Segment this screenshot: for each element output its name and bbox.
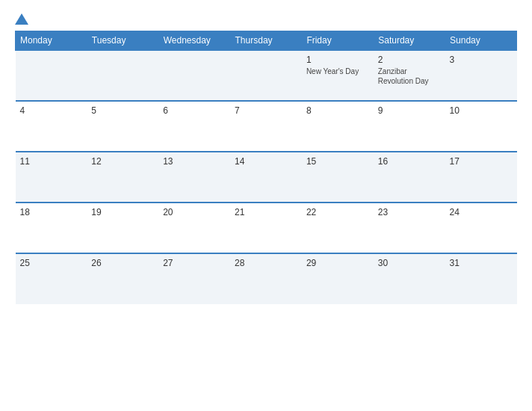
weekday-row: MondayTuesdayWednesdayThursdayFridaySatu…	[16, 31, 517, 51]
calendar-day-cell: 19	[87, 203, 158, 253]
calendar-week-row: 1New Year's Day2Zanzibar Revolution Day3	[16, 50, 517, 101]
calendar-day-cell: 20	[158, 203, 230, 253]
calendar-day-cell: 25	[16, 253, 87, 304]
calendar-day-cell: 7	[230, 101, 302, 152]
calendar-day-cell: 5	[87, 101, 158, 152]
logo-blue-row	[15, 13, 30, 25]
calendar-day-cell: 12	[87, 152, 158, 203]
weekday-header: Monday	[16, 31, 87, 51]
calendar-week-row: 25262728293031	[16, 253, 517, 304]
calendar-week-row: 11121314151617	[16, 152, 517, 203]
day-number: 30	[378, 258, 441, 268]
day-number: 18	[20, 207, 83, 217]
day-number: 2	[378, 55, 441, 65]
calendar-day-cell: 13	[158, 152, 230, 203]
calendar-day-cell: 9	[374, 101, 445, 152]
calendar-day-cell: 21	[230, 203, 302, 253]
calendar-day-cell	[87, 50, 158, 101]
day-number: 19	[91, 207, 154, 217]
day-number: 24	[450, 207, 513, 217]
day-number: 10	[450, 105, 513, 116]
calendar-day-cell: 23	[374, 203, 445, 253]
weekday-header: Wednesday	[158, 31, 230, 51]
day-number: 15	[306, 156, 369, 167]
day-number: 27	[163, 258, 226, 268]
calendar-day-cell: 2Zanzibar Revolution Day	[374, 50, 445, 101]
calendar-day-cell: 15	[302, 152, 374, 203]
calendar-day-cell	[16, 50, 87, 101]
logo	[15, 13, 30, 25]
calendar-day-cell: 17	[445, 152, 517, 203]
day-number: 9	[378, 105, 441, 116]
day-number: 11	[20, 156, 83, 167]
day-number: 4	[20, 105, 83, 116]
weekday-header: Friday	[302, 31, 374, 51]
calendar-header: MondayTuesdayWednesdayThursdayFridaySatu…	[16, 31, 517, 51]
day-number: 26	[91, 258, 154, 268]
day-number: 8	[306, 105, 369, 116]
calendar-day-cell: 1New Year's Day	[302, 50, 374, 101]
calendar-day-cell: 29	[302, 253, 374, 304]
calendar-day-cell	[158, 50, 230, 101]
calendar-day-cell	[230, 50, 302, 101]
calendar-day-cell: 4	[16, 101, 87, 152]
calendar-day-cell: 24	[445, 203, 517, 253]
calendar-week-row: 18192021222324	[16, 203, 517, 253]
calendar-day-cell: 8	[302, 101, 374, 152]
calendar-day-cell: 14	[230, 152, 302, 203]
calendar-day-cell: 30	[374, 253, 445, 304]
calendar-day-cell: 27	[158, 253, 230, 304]
calendar-day-cell: 16	[374, 152, 445, 203]
day-number: 25	[20, 258, 83, 268]
weekday-header: Thursday	[230, 31, 302, 51]
day-number: 13	[163, 156, 226, 167]
day-number: 31	[450, 258, 513, 268]
calendar-day-cell: 3	[445, 50, 517, 101]
day-number: 22	[306, 207, 369, 217]
header	[15, 13, 517, 25]
day-number: 16	[378, 156, 441, 167]
day-number: 21	[235, 207, 297, 217]
calendar-week-row: 45678910	[16, 101, 517, 152]
calendar-body: 1New Year's Day2Zanzibar Revolution Day3…	[16, 50, 517, 304]
logo-triangle-icon	[15, 13, 28, 25]
weekday-header: Saturday	[374, 31, 445, 51]
calendar-page: MondayTuesdayWednesdayThursdayFridaySatu…	[0, 0, 532, 411]
weekday-header: Sunday	[445, 31, 517, 51]
day-number: 3	[450, 55, 513, 65]
calendar-day-cell: 11	[16, 152, 87, 203]
day-number: 5	[91, 105, 154, 116]
calendar-day-cell: 31	[445, 253, 517, 304]
day-number: 20	[163, 207, 226, 217]
day-number: 23	[378, 207, 441, 217]
calendar-table: MondayTuesdayWednesdayThursdayFridaySatu…	[15, 31, 517, 304]
day-number: 17	[450, 156, 513, 167]
weekday-header: Tuesday	[87, 31, 158, 51]
calendar-day-cell: 26	[87, 253, 158, 304]
calendar-day-cell: 28	[230, 253, 302, 304]
day-number: 7	[235, 105, 297, 116]
day-number: 12	[91, 156, 154, 167]
calendar-day-cell: 22	[302, 203, 374, 253]
calendar-day-cell: 18	[16, 203, 87, 253]
day-number: 14	[235, 156, 297, 167]
calendar-day-cell: 10	[445, 101, 517, 152]
day-number: 1	[306, 55, 369, 65]
event-label: New Year's Day	[306, 67, 369, 76]
day-number: 6	[163, 105, 226, 116]
event-label: Zanzibar Revolution Day	[378, 67, 441, 86]
day-number: 29	[306, 258, 369, 268]
day-number: 28	[235, 258, 297, 268]
calendar-day-cell: 6	[158, 101, 230, 152]
